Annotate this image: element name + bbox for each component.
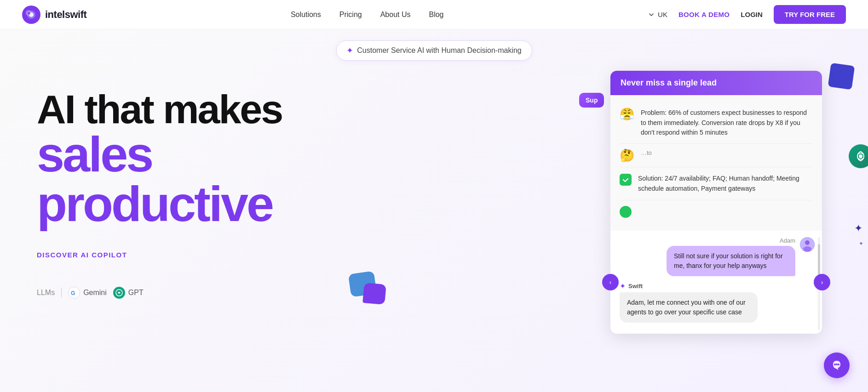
chevron-down-icon (648, 11, 655, 18)
user-avatar-img (800, 237, 815, 252)
locale-selector[interactable]: UK (648, 11, 667, 18)
deco-square-blue (828, 63, 855, 90)
logo-text: intelswift (45, 9, 86, 21)
svg-text:✦: ✦ (854, 222, 864, 234)
svg-point-13 (805, 240, 810, 245)
tagline-text: Customer Service AI with Human Decision-… (357, 46, 521, 55)
chat-bot-name: Swift (628, 283, 643, 290)
svg-point-4 (28, 12, 30, 15)
problem-emoji-1: 😤 (620, 108, 634, 120)
openai-decoration (849, 144, 868, 168)
main-card: Never miss a single lead 😤 Problem: 66% … (610, 71, 822, 334)
card-body: 😤 Problem: 66% of customers expect busin… (610, 95, 822, 231)
chat-bot-message: ✦ Swift Adam, let me connect you with on… (618, 282, 815, 323)
nav-blog[interactable]: Blog (429, 11, 443, 18)
navbar: intelswift Solutions Pricing About Us Bl… (0, 0, 868, 29)
nav-links: Solutions Pricing About Us Blog (291, 11, 444, 19)
llms-label: LLMs (37, 289, 55, 297)
context-text: …to (641, 149, 652, 156)
chat-user-name: Adam (780, 237, 795, 244)
chat-user-message: Adam Still not sure if your solution is … (618, 237, 815, 276)
problem-row: 😤 Problem: 66% of customers expect busin… (620, 103, 813, 142)
svg-point-16 (836, 364, 838, 365)
user-avatar (800, 237, 815, 252)
chat-bubble-bot: Adam, let me connect you with one of our… (620, 292, 758, 323)
gemini-label: Gemini (83, 289, 107, 297)
llm-gemini: G Gemini (68, 287, 107, 299)
hero-heading-black: AI that makes (37, 86, 282, 132)
svg-text:✦: ✦ (859, 240, 865, 247)
row-3 (620, 201, 813, 222)
nav-right: UK BOOK A DEMO LOGIN TRY FOR FREE (648, 5, 846, 24)
chevron-right-icon: › (821, 278, 823, 286)
chat-section: ‹ › Adam Still not sure if your solution… (610, 231, 822, 334)
gemini-icon: G (68, 287, 80, 299)
tagline-pill: ✦ Customer Service AI with Human Decisio… (336, 40, 532, 61)
llm-gpt: GPT (113, 287, 144, 299)
deco-stars: ✦ ✦ ✦ ✦ (854, 222, 868, 253)
gpt-icon (113, 287, 125, 299)
nav-pricing[interactable]: Pricing (339, 11, 362, 18)
chat-scroll-area[interactable]: Adam Still not sure if your solution is … (610, 231, 822, 328)
card-header: Never miss a single lead (610, 71, 822, 95)
hero-left: AI that makes sales productive DISCOVER … (37, 48, 359, 392)
hero-right: Sup ✦ ✦ ✦ ✦ Never miss a sin (610, 71, 840, 334)
hero-heading: AI that makes sales productive (37, 89, 359, 229)
chat-prev-button[interactable]: ‹ (602, 274, 619, 290)
nav-about[interactable]: About Us (380, 11, 411, 18)
chat-next-button[interactable]: › (814, 274, 830, 290)
divider-1 (620, 143, 813, 144)
chat-bubble-user: Still not sure if your solution is right… (667, 246, 795, 276)
hero-heading-purple-1: sales (37, 130, 359, 179)
nav-solutions[interactable]: Solutions (291, 11, 321, 18)
discover-copilot-link[interactable]: DISCOVER AI COPILOT (37, 251, 127, 259)
solution-row: Solution: 24/7 availability; FAQ; Human … (620, 168, 813, 199)
logo[interactable]: intelswift (22, 6, 86, 24)
divider-2 (620, 167, 813, 167)
card-header-title: Never miss a single lead (621, 78, 717, 87)
problem-row-2: 🤔 …to (620, 145, 813, 166)
divider-3 (620, 200, 813, 200)
hero-section: ✦ Customer Service AI with Human Decisio… (0, 29, 868, 392)
solution-text: Solution: 24/7 availability; FAQ; Human … (638, 174, 813, 193)
problem-emoji-2: 🤔 (620, 149, 634, 161)
llms-row: LLMs G Gemini GP (37, 287, 359, 299)
green-dot-icon (620, 206, 632, 218)
book-demo-link[interactable]: BOOK A DEMO (678, 11, 730, 18)
svg-point-7 (859, 154, 862, 158)
svg-point-17 (838, 364, 839, 365)
sup-label: Sup (586, 97, 598, 104)
chat-bot-header: ✦ Swift (620, 282, 815, 290)
chatbot-orb-icon (830, 359, 843, 372)
gpt-label: GPT (128, 289, 144, 297)
bot-sparkle-icon: ✦ (620, 282, 626, 290)
sup-card: Sup (579, 93, 604, 108)
logo-icon (22, 6, 40, 24)
try-free-button[interactable]: TRY FOR FREE (774, 5, 846, 24)
llms-divider (61, 288, 62, 298)
locale-label: UK (658, 11, 667, 18)
svg-point-14 (803, 246, 811, 252)
chatbot-orb[interactable] (824, 352, 850, 378)
login-link[interactable]: LOGIN (741, 11, 763, 18)
svg-text:G: G (71, 290, 75, 296)
svg-point-15 (834, 364, 836, 365)
problem-text: Problem: 66% of customers expect busines… (641, 108, 813, 138)
hero-heading-purple-2: productive (37, 179, 359, 229)
check-icon (620, 174, 632, 186)
chevron-left-icon: ‹ (609, 278, 612, 286)
sparkle-icon: ✦ (346, 45, 353, 56)
chat-bubbles-decoration (350, 273, 391, 309)
